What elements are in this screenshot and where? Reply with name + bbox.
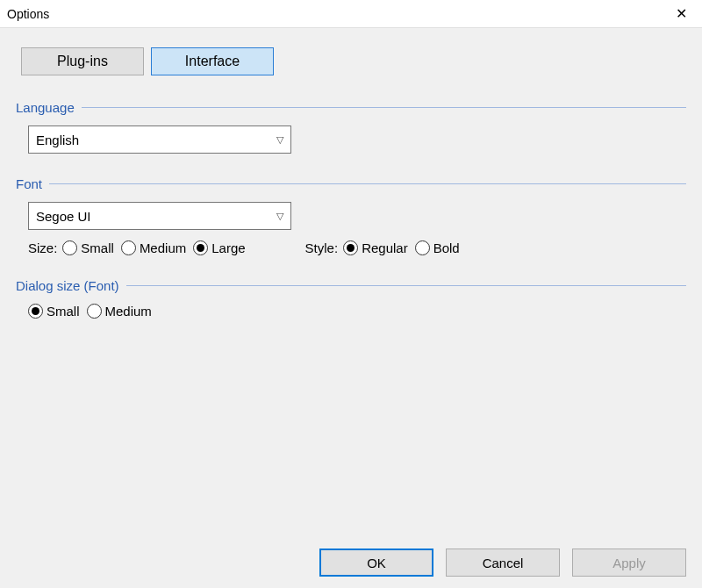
font-style-label: Style: bbox=[305, 240, 339, 255]
cancel-button-label: Cancel bbox=[483, 556, 524, 570]
radio-icon bbox=[87, 304, 102, 319]
cancel-button[interactable]: Cancel bbox=[446, 549, 560, 577]
chevron-down-icon: ▽ bbox=[276, 211, 283, 222]
ok-button[interactable]: OK bbox=[319, 549, 433, 577]
radio-size-large[interactable]: Large bbox=[193, 240, 245, 255]
radio-style-regular[interactable]: Regular bbox=[343, 240, 408, 255]
close-icon: ✕ bbox=[676, 5, 687, 22]
window-title: Options bbox=[7, 7, 49, 21]
group-language-title: Language bbox=[16, 100, 82, 115]
divider bbox=[126, 285, 686, 286]
tab-plugins[interactable]: Plug-ins bbox=[21, 47, 144, 75]
radio-size-medium[interactable]: Medium bbox=[121, 240, 186, 255]
radio-icon bbox=[28, 304, 43, 319]
apply-button[interactable]: Apply bbox=[572, 549, 686, 577]
divider bbox=[49, 183, 686, 184]
radio-icon bbox=[343, 240, 358, 255]
tab-interface-label: Interface bbox=[185, 54, 240, 68]
language-combo-value: English bbox=[36, 133, 79, 147]
radio-style-regular-label: Regular bbox=[362, 240, 408, 255]
radio-style-bold-label: Bold bbox=[433, 240, 460, 255]
font-combo-value: Segoe UI bbox=[36, 209, 91, 224]
ok-button-label: OK bbox=[367, 556, 386, 570]
radio-dialog-medium[interactable]: Medium bbox=[87, 304, 152, 319]
radio-size-medium-label: Medium bbox=[140, 240, 186, 255]
language-combo[interactable]: English ▽ bbox=[28, 125, 291, 154]
radio-size-small[interactable]: Small bbox=[62, 240, 114, 255]
radio-icon bbox=[62, 240, 77, 255]
apply-button-label: Apply bbox=[612, 556, 646, 570]
chevron-down-icon: ▽ bbox=[276, 134, 283, 146]
radio-icon bbox=[193, 240, 208, 255]
radio-icon bbox=[415, 240, 430, 255]
tab-plugins-label: Plug-ins bbox=[57, 54, 108, 68]
radio-style-bold[interactable]: Bold bbox=[415, 240, 460, 255]
font-size-label: Size: bbox=[28, 240, 57, 255]
group-language-header: Language bbox=[16, 100, 686, 115]
button-bar: OK Cancel Apply bbox=[0, 537, 702, 588]
radio-icon bbox=[121, 240, 136, 255]
title-bar: Options ✕ bbox=[0, 0, 702, 28]
tab-interface[interactable]: Interface bbox=[151, 47, 274, 75]
radio-dialog-medium-label: Medium bbox=[105, 304, 152, 319]
tab-bar: Plug-ins Interface bbox=[16, 47, 686, 75]
radio-dialog-small-label: Small bbox=[47, 304, 80, 319]
radio-size-small-label: Small bbox=[81, 240, 114, 255]
content-area: Plug-ins Interface Language English ▽ Fo… bbox=[0, 28, 702, 537]
font-combo[interactable]: Segoe UI ▽ bbox=[28, 202, 291, 230]
group-dialog-size: Dialog size (Font) Small Medium bbox=[16, 278, 686, 319]
radio-size-large-label: Large bbox=[211, 240, 245, 255]
group-dialog-size-title: Dialog size (Font) bbox=[16, 278, 126, 293]
group-font-header: Font bbox=[16, 176, 686, 191]
group-font: Font Segoe UI ▽ Size: Small Medium bbox=[16, 176, 686, 255]
divider bbox=[82, 107, 686, 108]
radio-dialog-small[interactable]: Small bbox=[28, 304, 80, 319]
group-font-title: Font bbox=[16, 176, 49, 191]
close-button[interactable]: ✕ bbox=[662, 1, 700, 27]
group-dialog-size-header: Dialog size (Font) bbox=[16, 278, 686, 293]
group-language: Language English ▽ bbox=[16, 100, 686, 154]
